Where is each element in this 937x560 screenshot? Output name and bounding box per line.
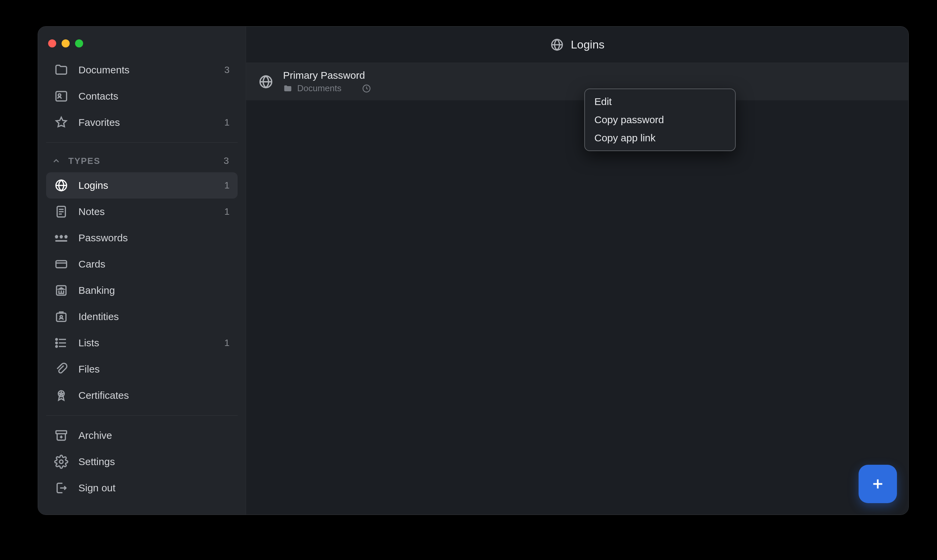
item-folder: Documents xyxy=(283,83,342,94)
folder-icon xyxy=(54,63,68,77)
svg-point-7 xyxy=(60,316,63,318)
sidebar-item-label: Certificates xyxy=(78,390,220,401)
sidebar-item-archive[interactable]: Archive xyxy=(46,422,238,449)
page-title: Logins xyxy=(571,38,605,51)
sidebar-item-label: Notes xyxy=(78,206,214,217)
id-icon xyxy=(54,309,68,324)
sidebar-item-count: 1 xyxy=(224,338,229,348)
sidebar-item-count: 1 xyxy=(224,117,229,128)
globe-icon xyxy=(54,178,68,192)
sidebar-item-files[interactable]: Files xyxy=(46,356,238,382)
svg-point-1 xyxy=(58,94,61,97)
sidebar-types-list: Logins 1 Notes 1 Passwords xyxy=(38,172,246,409)
login-item-row[interactable]: Primary Password Documents xyxy=(246,63,908,101)
item-folder-label: Documents xyxy=(297,83,342,94)
sidebar-item-favorites[interactable]: Favorites 1 xyxy=(46,109,238,135)
globe-icon xyxy=(258,74,274,89)
sidebar-item-label: Cards xyxy=(78,258,220,270)
app-window: Documents 3 Contacts Favorites 1 xyxy=(38,26,909,515)
sidebar-item-label: Lists xyxy=(78,337,214,349)
close-window-button[interactable] xyxy=(48,39,56,48)
sidebar-bottom-list: Archive Settings Sign out xyxy=(38,422,246,501)
section-count: 3 xyxy=(223,155,229,166)
paperclip-icon xyxy=(54,362,68,376)
certificate-icon xyxy=(54,388,68,403)
sidebar-item-passwords[interactable]: Passwords xyxy=(46,225,238,251)
section-title: TYPES xyxy=(68,156,216,166)
sidebar-item-logins[interactable]: Logins 1 xyxy=(46,172,238,198)
sidebar-item-certificates[interactable]: Certificates xyxy=(46,382,238,409)
plus-icon xyxy=(870,476,886,492)
list-icon xyxy=(54,336,68,350)
contact-icon xyxy=(54,89,68,103)
sidebar-divider xyxy=(46,142,238,143)
context-item-edit[interactable]: Edit xyxy=(585,92,735,111)
sidebar-item-label: Identities xyxy=(78,311,220,322)
sidebar-item-label: Passwords xyxy=(78,232,220,244)
star-icon xyxy=(54,115,68,129)
note-icon xyxy=(54,205,68,219)
context-item-copy-app-link[interactable]: Copy app link xyxy=(585,129,735,147)
sidebar-item-label: Archive xyxy=(78,430,229,441)
main-panel: Logins Primary Password Documents xyxy=(246,26,908,515)
sidebar-item-banking[interactable]: Banking xyxy=(46,277,238,303)
svg-rect-0 xyxy=(56,92,67,101)
add-button[interactable] xyxy=(859,465,897,503)
window-controls xyxy=(38,33,246,57)
gear-icon xyxy=(54,455,68,469)
clock-icon xyxy=(362,84,371,93)
signout-icon xyxy=(54,481,68,495)
sidebar-item-lists[interactable]: Lists 1 xyxy=(46,330,238,356)
sidebar-item-label: Logins xyxy=(78,180,214,191)
svg-point-9 xyxy=(56,342,58,344)
archive-icon xyxy=(54,428,68,443)
sidebar-item-label: Documents xyxy=(78,64,214,76)
globe-icon xyxy=(550,38,564,52)
item-title: Primary Password xyxy=(283,70,896,81)
minimize-window-button[interactable] xyxy=(62,39,70,48)
sidebar-item-label: Favorites xyxy=(78,117,214,128)
maximize-window-button[interactable] xyxy=(75,39,83,48)
context-menu: Edit Copy password Copy app link xyxy=(584,89,736,151)
sidebar-item-label: Contacts xyxy=(78,91,220,102)
sidebar-item-label: Settings xyxy=(78,456,229,468)
sidebar-item-label: Banking xyxy=(78,285,220,296)
context-item-copy-password[interactable]: Copy password xyxy=(585,111,735,129)
svg-rect-12 xyxy=(56,431,67,434)
sidebar-item-notes[interactable]: Notes 1 xyxy=(46,198,238,225)
sidebar-item-signout[interactable]: Sign out xyxy=(46,475,238,501)
sidebar-item-count: 3 xyxy=(224,65,229,75)
sidebar-item-settings[interactable]: Settings xyxy=(46,449,238,475)
sidebar-top-list: Documents 3 Contacts Favorites 1 xyxy=(38,57,246,135)
sidebar-item-count: 1 xyxy=(224,206,229,217)
svg-point-13 xyxy=(60,460,63,464)
sidebar-item-label: Sign out xyxy=(78,482,229,494)
sidebar-item-count: 1 xyxy=(224,180,229,191)
sidebar-item-cards[interactable]: Cards xyxy=(46,251,238,277)
bank-icon xyxy=(54,283,68,297)
folder-icon xyxy=(283,84,292,93)
sidebar: Documents 3 Contacts Favorites 1 xyxy=(38,26,246,515)
item-timestamp xyxy=(362,84,371,93)
svg-rect-4 xyxy=(56,261,67,268)
sidebar-item-contacts[interactable]: Contacts xyxy=(46,83,238,109)
card-icon xyxy=(54,257,68,271)
main-header: Logins xyxy=(246,26,908,63)
sidebar-item-identities[interactable]: Identities xyxy=(46,303,238,330)
password-icon xyxy=(54,231,68,245)
types-section-header[interactable]: TYPES 3 xyxy=(38,149,246,172)
svg-point-8 xyxy=(56,338,58,340)
sidebar-item-label: Files xyxy=(78,363,220,375)
chevron-up-icon xyxy=(51,156,61,166)
sidebar-item-documents[interactable]: Documents 3 xyxy=(46,57,238,83)
svg-point-10 xyxy=(56,346,58,347)
